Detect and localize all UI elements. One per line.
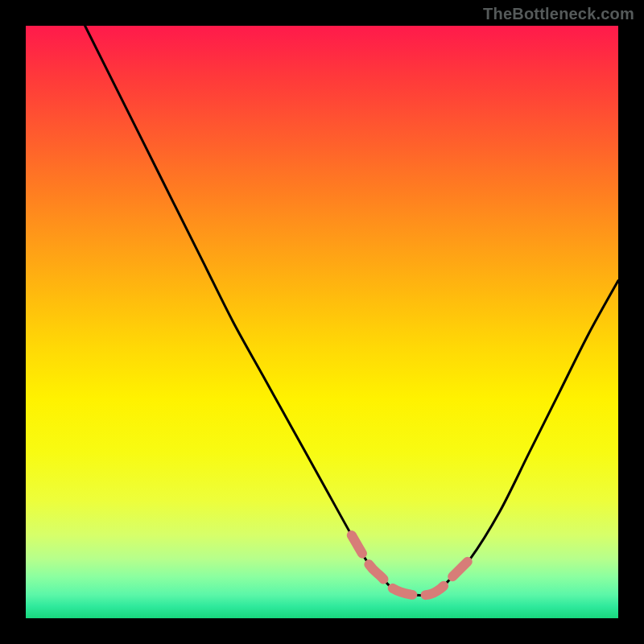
bottleneck-curve	[85, 26, 618, 595]
plot-area	[26, 26, 618, 618]
optimal-range-highlight	[352, 535, 470, 596]
chart-svg	[26, 26, 618, 618]
chart-frame: TheBottleneck.com	[0, 0, 644, 644]
watermark-text: TheBottleneck.com	[483, 5, 634, 23]
